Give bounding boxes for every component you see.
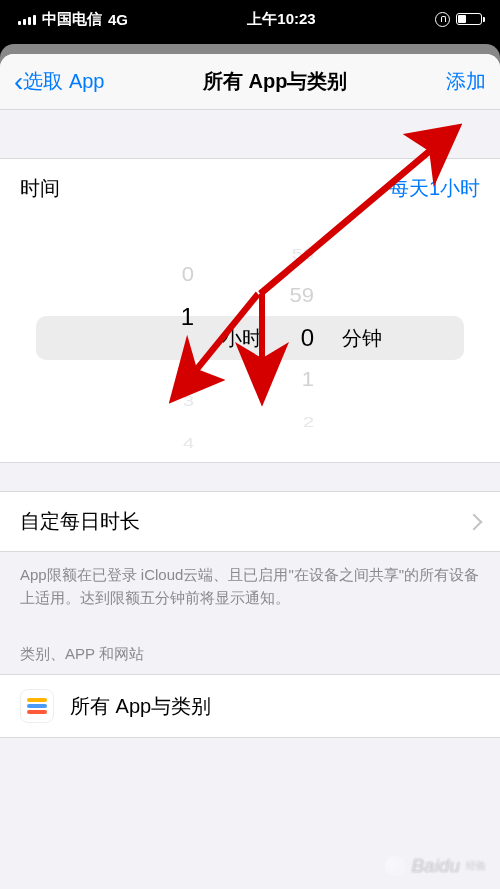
minute-unit: 分钟 xyxy=(342,325,382,352)
hour-unit: 小时 xyxy=(222,325,262,352)
all-apps-icon xyxy=(20,689,54,723)
back-button[interactable]: ‹ 选取 App xyxy=(14,68,104,96)
add-button[interactable]: 添加 xyxy=(446,68,486,95)
watermark-sub: 经验 xyxy=(466,859,486,873)
time-row[interactable]: 时间 每天1小时 xyxy=(0,158,500,218)
chevron-left-icon: ‹ xyxy=(14,68,23,96)
page-title: 所有 App与类别 xyxy=(203,68,347,95)
status-left: 中国电信 4G xyxy=(18,10,128,29)
footer-note: App限额在已登录 iCloud云端、且已启用"在设备之间共享"的所有设备上适用… xyxy=(0,552,500,627)
clock: 上午10:23 xyxy=(247,10,315,29)
time-picker: 0 1 2 3 4 57 58 59 0 1 2 3 xyxy=(0,218,500,463)
all-apps-row[interactable]: 所有 App与类别 xyxy=(0,674,500,738)
signal-icon xyxy=(18,13,36,25)
time-label: 时间 xyxy=(20,175,60,202)
time-value: 每天1小时 xyxy=(389,175,480,202)
battery-icon xyxy=(456,13,482,25)
rotation-lock-icon xyxy=(435,12,450,27)
navbar: ‹ 选取 App 所有 App与类别 添加 xyxy=(0,54,500,110)
watermark: Baidu 经验 xyxy=(385,855,486,877)
status-right xyxy=(435,12,482,27)
customize-daily-label: 自定每日时长 xyxy=(20,508,140,535)
carrier-label: 中国电信 xyxy=(42,10,102,29)
customize-daily-row[interactable]: 自定每日时长 xyxy=(0,491,500,552)
section-header: 类别、APP 和网站 xyxy=(0,627,500,674)
watermark-logo-icon xyxy=(385,856,405,876)
all-apps-label: 所有 App与类别 xyxy=(70,693,211,720)
watermark-brand: Baidu xyxy=(411,855,460,877)
status-bar: 中国电信 4G 上午10:23 xyxy=(0,0,500,44)
back-label: 选取 App xyxy=(23,68,104,95)
modal-sheet: ‹ 选取 App 所有 App与类别 添加 时间 每天1小时 0 1 2 3 xyxy=(0,54,500,889)
network-label: 4G xyxy=(108,11,128,28)
